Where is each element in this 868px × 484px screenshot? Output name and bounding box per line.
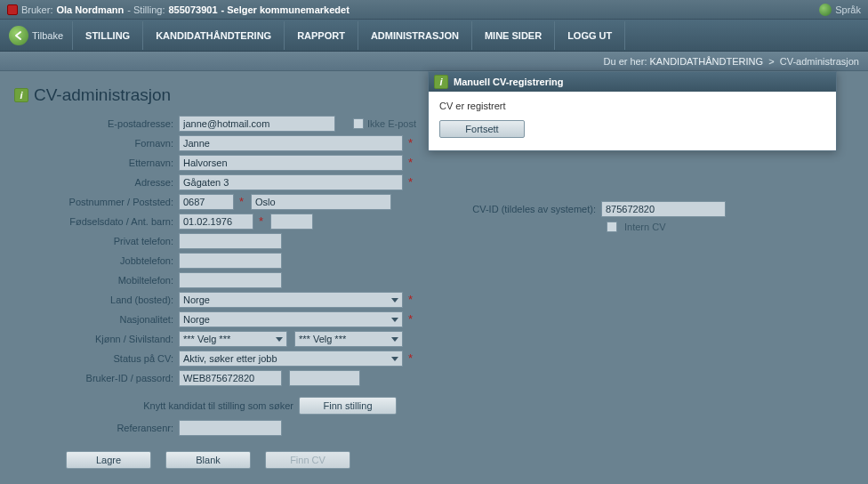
position-title: - Selger kommunemarkedet bbox=[221, 4, 350, 15]
land-value: Norge bbox=[183, 294, 210, 305]
kjonn-value: *** Velg *** bbox=[183, 334, 230, 344]
fodselsdato-field[interactable] bbox=[179, 214, 253, 230]
label-land: Land (bosted): bbox=[14, 294, 179, 305]
intern-cv-checkbox[interactable] bbox=[607, 222, 617, 232]
modal-message: CV er registrert bbox=[439, 101, 825, 111]
language-switch[interactable]: Språk bbox=[819, 4, 861, 16]
user-name: Ola Nordmann bbox=[56, 4, 124, 15]
mobil-telefon-field[interactable] bbox=[179, 272, 282, 288]
info-icon: i bbox=[434, 75, 448, 89]
label-nasj: Nasjonalitet: bbox=[14, 314, 179, 325]
tab-stilling[interactable]: STILLING bbox=[72, 21, 142, 50]
label-fodsel: Fødselsdato / Ant. barn: bbox=[14, 216, 179, 227]
globe-icon bbox=[819, 4, 832, 16]
modal-title: Manuell CV-registrering bbox=[454, 77, 563, 87]
back-button[interactable]: Tilbake bbox=[7, 22, 72, 49]
stop-icon bbox=[7, 4, 18, 15]
poststed-field[interactable] bbox=[251, 194, 391, 210]
sivilstand-value: *** Velg *** bbox=[299, 334, 346, 344]
back-label: Tilbake bbox=[32, 30, 63, 41]
land-select[interactable]: Norge bbox=[179, 292, 403, 308]
no-email-label: Ikke E-post bbox=[367, 118, 416, 129]
privat-telefon-field[interactable] bbox=[179, 233, 282, 249]
label-adresse: Adresse: bbox=[14, 177, 179, 188]
position-label: - Stilling: bbox=[127, 4, 165, 15]
antbarn-field[interactable] bbox=[270, 214, 313, 230]
info-icon: i bbox=[14, 88, 28, 102]
required-icon: * bbox=[408, 175, 413, 189]
label-email: E-postadresse: bbox=[14, 118, 179, 129]
tab-kandidathandtering[interactable]: KANDIDATHÅNDTERING bbox=[142, 21, 284, 50]
topbar: Bruker: Ola Nordmann - Stilling: 8550739… bbox=[0, 0, 868, 20]
sivilstand-select[interactable]: *** Velg *** bbox=[294, 331, 403, 347]
status-select[interactable]: Aktiv, søker etter jobb bbox=[179, 351, 403, 367]
user-label: Bruker: bbox=[21, 4, 52, 15]
blank-button[interactable]: Blank bbox=[165, 451, 251, 469]
breadcrumb: Du er her: KANDIDATHÅNDTERING > CV-admin… bbox=[0, 52, 868, 71]
label-mobtel: Mobiltelefon: bbox=[14, 275, 179, 286]
required-icon: * bbox=[408, 293, 413, 306]
label-etternavn: Etternavn: bbox=[14, 157, 179, 168]
label-referanse: Referansenr: bbox=[14, 423, 179, 433]
breadcrumb-link[interactable]: KANDIDATHÅNDTERING bbox=[650, 56, 764, 67]
lagre-button[interactable]: Lagre bbox=[66, 451, 151, 469]
tab-logg-ut[interactable]: LOGG UT bbox=[554, 21, 625, 50]
status-value: Aktiv, søker etter jobb bbox=[183, 353, 277, 364]
label-jobbtel: Jobbtelefon: bbox=[14, 255, 179, 266]
fortsett-button[interactable]: Fortsett bbox=[439, 120, 525, 138]
label-fornavn: Fornavn: bbox=[14, 138, 179, 149]
breadcrumb-sep: > bbox=[768, 56, 774, 67]
etternavn-field[interactable] bbox=[179, 155, 403, 171]
fornavn-field[interactable] bbox=[179, 135, 403, 151]
cvid-field bbox=[601, 201, 726, 217]
breadcrumb-current: CV-administrasjon bbox=[780, 56, 859, 67]
tab-administrasjon[interactable]: ADMINISTRASJON bbox=[358, 21, 471, 50]
tab-rapport[interactable]: RAPPORT bbox=[284, 21, 358, 50]
label-status: Status på CV: bbox=[14, 353, 179, 364]
postnummer-field[interactable] bbox=[179, 194, 234, 210]
nasjonalitet-select[interactable]: Norge bbox=[179, 311, 403, 327]
passord-field[interactable] bbox=[289, 370, 360, 386]
required-icon: * bbox=[259, 214, 263, 228]
finn-cv-button: Finn CV bbox=[265, 451, 350, 469]
label-privtel: Privat telefon: bbox=[14, 236, 179, 246]
referanse-field[interactable] bbox=[179, 420, 282, 436]
page-title: CV-administrasjon bbox=[34, 85, 171, 105]
label-knytt: Knytt kandidat til stilling som søker bbox=[14, 400, 299, 411]
required-icon: * bbox=[408, 351, 413, 365]
required-icon: * bbox=[408, 136, 413, 149]
required-icon: * bbox=[408, 312, 413, 326]
adresse-field[interactable] bbox=[179, 174, 403, 190]
no-email-checkbox[interactable] bbox=[353, 118, 364, 129]
finn-stilling-button[interactable]: Finn stilling bbox=[299, 397, 397, 415]
intern-cv-label: Intern CV bbox=[624, 222, 665, 232]
required-icon: * bbox=[408, 156, 413, 169]
brukerid-field[interactable] bbox=[179, 370, 282, 386]
tab-mine-sider[interactable]: MINE SIDER bbox=[471, 21, 554, 50]
manual-cv-modal: i Manuell CV-registrering CV er registre… bbox=[428, 71, 837, 151]
label-postnr: Postnummer / Poststed: bbox=[14, 197, 179, 207]
language-label: Språk bbox=[835, 4, 861, 15]
email-field[interactable] bbox=[179, 116, 335, 132]
label-kjonn: Kjønn / Sivilstand: bbox=[14, 334, 179, 344]
label-cvid: CV-ID (tildeles av systemet): bbox=[459, 204, 601, 214]
breadcrumb-prefix: Du er her: bbox=[604, 56, 647, 67]
back-arrow-icon bbox=[9, 26, 28, 45]
kjonn-select[interactable]: *** Velg *** bbox=[179, 331, 287, 347]
nasjonalitet-value: Norge bbox=[183, 314, 210, 325]
position-id: 855073901 bbox=[168, 4, 217, 15]
required-icon: * bbox=[239, 195, 244, 208]
jobb-telefon-field[interactable] bbox=[179, 253, 282, 269]
label-brukerid: Bruker-ID / passord: bbox=[14, 373, 179, 383]
navbar: Tilbake STILLING KANDIDATHÅNDTERING RAPP… bbox=[0, 20, 868, 52]
